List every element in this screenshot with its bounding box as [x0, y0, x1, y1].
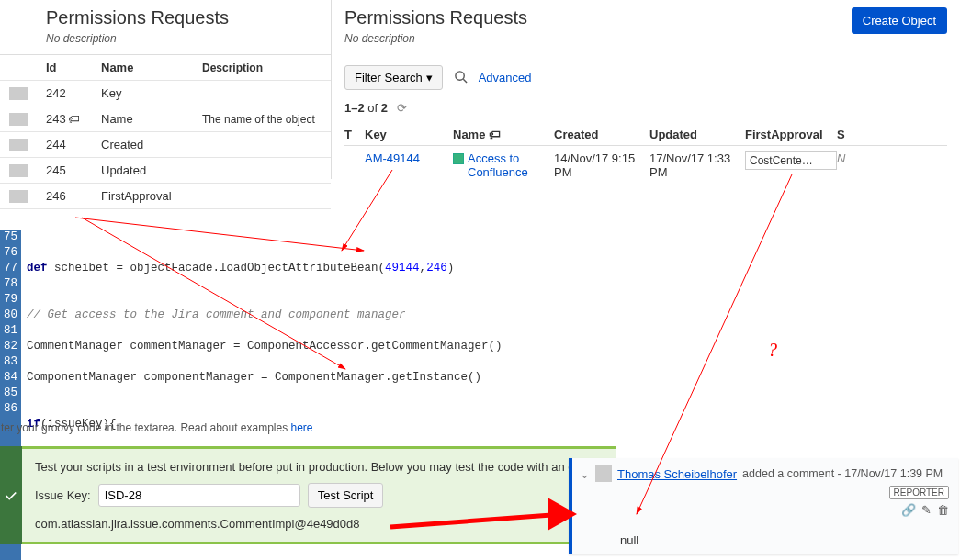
- attribute-row[interactable]: 246 FirstApproval: [0, 184, 331, 209]
- comment-actions: 🔗 ✎ 🗑: [580, 503, 949, 517]
- attributes-table: Id Name Description 242 Key 243 🏷 Name T…: [0, 54, 331, 209]
- attr-name: FirstApproval: [101, 189, 202, 203]
- attribute-row[interactable]: 245 Updated: [0, 158, 331, 184]
- comment-body: null: [580, 517, 949, 551]
- success-stripe: [0, 446, 22, 544]
- col-id: Id: [46, 61, 101, 74]
- attribute-row[interactable]: 242 Key: [0, 81, 331, 106]
- test-panel: Test your scripts in a test environment …: [0, 446, 616, 544]
- objects-header: T Key Name🏷 Created Updated FirstApprova…: [344, 128, 947, 146]
- attr-name: Updated: [101, 163, 202, 177]
- col-key: Key: [365, 128, 453, 141]
- drag-handle-icon[interactable]: [9, 139, 28, 151]
- col-firstapproval: FirstApproval: [745, 128, 837, 141]
- col-name-h: Name🏷: [453, 128, 554, 141]
- attr-desc: The name of the object: [202, 113, 327, 126]
- col-s: S: [837, 128, 850, 141]
- drag-handle-icon[interactable]: [9, 87, 28, 100]
- delete-icon[interactable]: 🗑: [937, 503, 949, 517]
- check-icon: [5, 489, 17, 502]
- object-row[interactable]: AM-49144 Access to Confluence 14/Nov/17 …: [344, 146, 947, 179]
- question-mark-annotation: ?: [768, 340, 777, 361]
- avatar: [595, 465, 612, 482]
- script-output: com.atlassian.jira.issue.comments.Commen…: [35, 517, 603, 531]
- examples-link[interactable]: here: [291, 421, 313, 434]
- drag-handle-icon[interactable]: [9, 164, 28, 177]
- objects-panel: Permissions Requests No description Crea…: [331, 0, 960, 179]
- issue-key-label: Issue Key:: [35, 488, 91, 502]
- advanced-link[interactable]: Advanced: [479, 71, 532, 84]
- issue-key-input[interactable]: [98, 484, 300, 507]
- filter-search-button[interactable]: Filter Search▾: [344, 65, 443, 90]
- code-note: ter your groovy code in the textarea. Re…: [0, 421, 313, 434]
- svg-line-1: [463, 79, 467, 83]
- panel-left-title: Permissions Requests: [46, 7, 331, 28]
- drag-handle-icon[interactable]: [9, 113, 28, 126]
- attributes-header: Id Name Description: [0, 55, 331, 81]
- attr-id: 245: [46, 163, 101, 177]
- pagination: 1–2 of 2 ⟳: [344, 101, 947, 115]
- object-key-link[interactable]: AM-49144: [365, 151, 453, 165]
- reporter-badge: REPORTER: [889, 486, 949, 499]
- tag-icon: 🏷: [68, 112, 80, 126]
- search-icon[interactable]: [454, 70, 468, 86]
- svg-point-0: [456, 71, 464, 79]
- refresh-icon[interactable]: ⟳: [397, 101, 407, 115]
- attributes-panel: Permissions Requests No description Id N…: [0, 0, 331, 209]
- drag-handle-icon[interactable]: [9, 190, 28, 203]
- attr-name: Created: [101, 138, 202, 151]
- test-script-button[interactable]: Test Script: [308, 483, 384, 508]
- col-created: Created: [554, 128, 649, 141]
- attr-id: 242: [46, 86, 101, 100]
- attr-id: 243 🏷: [46, 112, 101, 126]
- document-icon: [453, 153, 464, 164]
- col-updated: Updated: [649, 128, 745, 141]
- collapse-icon[interactable]: ⌄: [580, 467, 590, 481]
- attribute-row[interactable]: 244 Created: [0, 132, 331, 158]
- tag-icon: 🏷: [489, 128, 501, 141]
- create-object-button[interactable]: Create Object: [852, 7, 947, 34]
- comment-meta: added a comment - 17/Nov/17 1:39 PM: [742, 467, 943, 480]
- permalink-icon[interactable]: 🔗: [901, 503, 916, 517]
- test-intro: Test your scripts in a test environment …: [35, 460, 603, 474]
- attr-name: Key: [101, 86, 202, 100]
- firstapproval-cell[interactable]: CostCente…: [745, 151, 837, 170]
- panel-left-subtitle: No description: [46, 32, 331, 45]
- objects-table: T Key Name🏷 Created Updated FirstApprova…: [344, 128, 947, 179]
- object-created: 14/Nov/17 9:15 PM: [554, 151, 649, 179]
- attribute-row[interactable]: 243 🏷 Name The name of the object: [0, 106, 331, 132]
- col-desc: Description: [202, 62, 327, 74]
- object-updated: 17/Nov/17 1:33 PM: [649, 151, 745, 179]
- attr-name: Name: [101, 112, 202, 126]
- search-bar: Filter Search▾ Advanced: [344, 65, 947, 90]
- panel-right-subtitle: No description: [344, 32, 527, 45]
- comment-author-link[interactable]: Thomas Scheibelhofer: [617, 467, 737, 481]
- object-s: N: [837, 151, 850, 165]
- comment-card: ⌄ Thomas Scheibelhofer added a comment -…: [569, 458, 958, 554]
- attr-id: 244: [46, 138, 101, 151]
- col-t: T: [344, 128, 365, 141]
- chevron-down-icon: ▾: [426, 71, 433, 84]
- panel-right-title: Permissions Requests: [344, 7, 527, 28]
- edit-icon[interactable]: ✎: [921, 503, 932, 517]
- col-name: Name: [101, 61, 202, 74]
- attr-id: 246: [46, 189, 101, 203]
- object-name-link[interactable]: Access to Confluence: [468, 151, 554, 179]
